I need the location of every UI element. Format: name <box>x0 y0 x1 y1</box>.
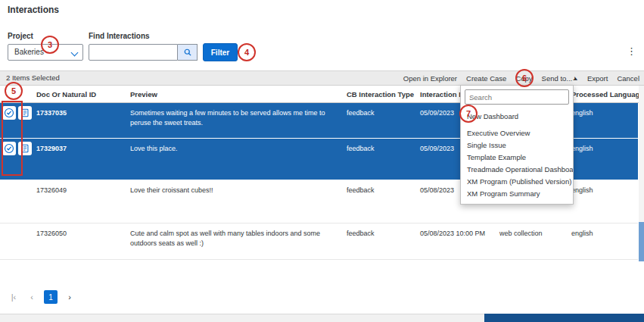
interactions-page: Interactions Project Bakeries Find Inter… <box>0 0 644 322</box>
create-case-button[interactable]: Create Case <box>466 74 506 83</box>
send-to-menu-search-input[interactable] <box>465 89 569 105</box>
row-doc-id: 17326049 <box>36 186 121 195</box>
cancel-button[interactable]: Cancel <box>617 74 639 83</box>
find-interactions-label: Find Interactions <box>89 32 150 40</box>
menu-item-executive-overview[interactable]: Executive Overview <box>461 127 573 139</box>
row-preview: Love this place. <box>130 144 344 154</box>
search-button[interactable] <box>178 44 198 61</box>
row-interaction-type: feedback <box>347 186 416 195</box>
filter-bar: Project Bakeries Find Interactions Filte… <box>0 20 644 70</box>
page-title: Interactions <box>8 5 59 15</box>
column-header-preview[interactable]: Preview <box>130 90 157 98</box>
first-page-button[interactable]: |‹ <box>8 290 20 304</box>
row-preview: Love their croissant cubes!! <box>130 186 344 195</box>
selected-check-circle-icon[interactable] <box>2 142 16 155</box>
row-interaction-type: feedback <box>347 144 416 154</box>
row-doc-id: 17337035 <box>36 108 121 118</box>
row-interaction-type: feedback <box>347 108 416 118</box>
footer-accent <box>484 314 644 322</box>
page-header: Interactions <box>0 0 644 20</box>
filter-button[interactable]: Filter <box>203 43 238 61</box>
row-language: english <box>571 144 636 154</box>
toolbar-actions: Open in Explorer Create Case Copy Send t… <box>403 71 639 85</box>
search-icon <box>183 48 192 57</box>
document-icon[interactable] <box>18 142 32 155</box>
column-header-processed-language[interactable]: Processed Language <box>571 90 644 98</box>
project-select-value: Bakeries <box>14 48 44 56</box>
row-interaction-type: feedback <box>347 229 416 239</box>
row-preview: Cute and calm spot as well with many tab… <box>130 229 344 248</box>
row-doc-id: 17326050 <box>36 229 121 239</box>
selection-toolbar: 2 Items Selected Open in Explorer Create… <box>0 70 644 86</box>
overflow-menu-icon[interactable]: ⋮ <box>627 42 636 61</box>
column-header-doc-id[interactable]: Doc Or Natural ID <box>36 90 96 98</box>
row-interaction-date: 05/08/2023 10:00 PM <box>420 229 496 239</box>
row-language: english <box>571 229 636 239</box>
column-header-interaction-type[interactable]: CB Interaction Type <box>347 90 414 98</box>
send-to-menu: New Dashboard Executive Overview Single … <box>460 85 574 205</box>
export-button[interactable]: Export <box>587 74 608 83</box>
open-in-explorer-button[interactable]: Open in Explorer <box>403 74 457 83</box>
chevron-down-icon <box>71 49 79 57</box>
menu-item-treadmade-operational-dashboard[interactable]: Treadmade Operational Dashboard <box>461 163 573 175</box>
pagination: |‹ ‹ 1 › <box>8 290 76 304</box>
selected-count: 2 Items Selected <box>6 73 60 82</box>
row-icons <box>2 142 32 155</box>
row-icons <box>2 106 32 120</box>
cursor-arrow-icon: ➤ <box>572 75 580 83</box>
menu-item-xm-program-summary[interactable]: XM Program Summary <box>461 187 573 199</box>
previous-page-button[interactable]: ‹ <box>26 290 38 304</box>
next-page-button[interactable]: › <box>64 290 76 304</box>
row-preview: Sometimes waiting a few minutes to be se… <box>130 108 344 127</box>
send-to-button[interactable]: Send to...➤ <box>542 74 578 83</box>
table-row[interactable]: 17326050 Cute and calm spot as well with… <box>0 224 638 260</box>
find-interactions-input[interactable] <box>89 44 178 61</box>
current-page-button[interactable]: 1 <box>44 290 58 304</box>
document-icon[interactable] <box>18 106 32 120</box>
row-language: english <box>571 186 636 195</box>
scrollbar-thumb[interactable] <box>639 222 644 261</box>
menu-item-new-dashboard[interactable]: New Dashboard <box>461 110 573 122</box>
menu-item-template-example[interactable]: Template Example <box>461 151 573 163</box>
menu-item-xm-program-published[interactable]: XM Program (Published Version) <box>461 175 573 187</box>
copy-button[interactable]: Copy <box>515 74 532 83</box>
project-label: Project <box>8 32 33 40</box>
menu-item-single-issue[interactable]: Single Issue <box>461 139 573 151</box>
selected-check-circle-icon[interactable] <box>2 106 16 120</box>
row-source: web collection <box>499 229 568 239</box>
send-to-menu-list: New Dashboard Executive Overview Single … <box>461 108 573 204</box>
project-select[interactable]: Bakeries <box>8 44 83 61</box>
row-doc-id: 17329037 <box>36 144 121 154</box>
row-language: english <box>571 108 636 118</box>
